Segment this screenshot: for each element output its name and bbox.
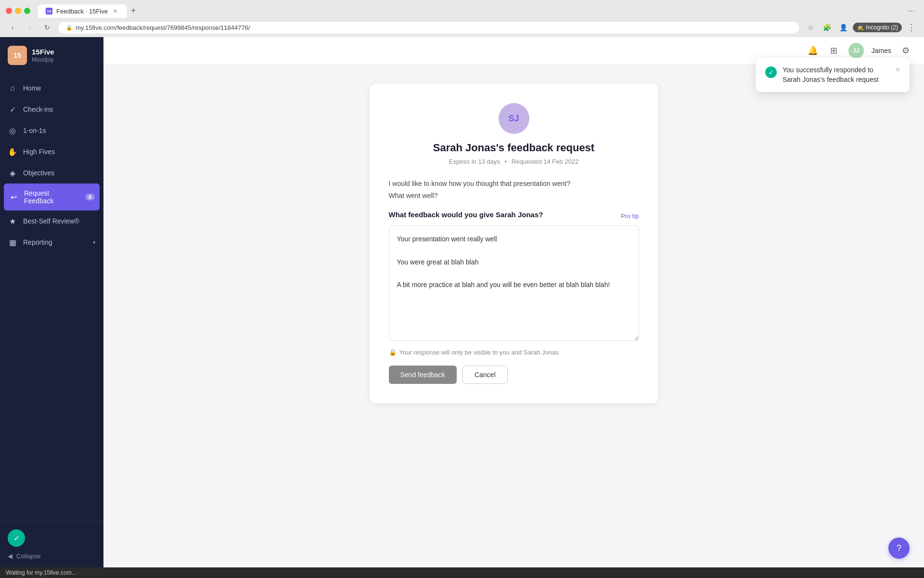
sidebar-item-high-fives[interactable]: ✋ High Fives: [0, 141, 103, 162]
reload-button[interactable]: ↻: [40, 21, 54, 34]
title-bar: 15 Feedback · 15Five ✕ + ⋯: [0, 0, 924, 18]
1on1s-icon: ◎: [8, 126, 17, 135]
feedback-label-row: What feedback would you give Sarah Jonas…: [389, 210, 639, 222]
tab-title: Feedback · 15Five: [56, 8, 108, 15]
help-button[interactable]: ?: [888, 538, 910, 559]
feedback-textarea[interactable]: [389, 225, 639, 341]
app-container: 15 15Five Moodjoy ⌂ Home ✓ Check-ins ◎ 1…: [0, 37, 924, 567]
notifications-icon[interactable]: 🔔: [806, 44, 820, 57]
app-title: 15Five: [32, 48, 54, 56]
extensions-icon[interactable]: 🧩: [820, 21, 834, 34]
back-button[interactable]: ‹: [6, 21, 19, 34]
expires-text: Expires in 13 days: [449, 158, 500, 165]
feedback-card-meta: Expires in 13 days • Requested 14 Feb 20…: [389, 158, 639, 165]
toast-message: You successfully responded to Sarah Jona…: [783, 66, 888, 84]
logo-initials: 15: [13, 52, 21, 59]
settings-icon[interactable]: ⚙: [899, 44, 912, 57]
reporting-icon: ▦: [8, 237, 17, 247]
objectives-icon: ◈: [8, 168, 17, 178]
question-2-text: What went well?: [389, 191, 639, 201]
checkins-icon: ✓: [8, 105, 17, 114]
best-self-icon: ★: [8, 216, 17, 226]
browser-profile-icon[interactable]: 👤: [836, 21, 850, 34]
sidebar-item-home[interactable]: ⌂ Home: [0, 78, 103, 99]
home-icon: ⌂: [8, 83, 17, 93]
sidebar-item-label: Objectives: [23, 169, 54, 177]
lock-icon: 🔒: [66, 25, 73, 31]
minimize-window-button[interactable]: [15, 8, 21, 14]
nav-actions: ☆ 🧩 👤 🕵 Incognito (2) ⋮: [804, 21, 918, 34]
maximize-window-button[interactable]: [24, 8, 30, 14]
main-content: 🔔 ⊞ JJ James ⚙ SJ Sarah Jonas's feedback…: [103, 37, 924, 567]
visibility-text: Your response will only be visible to yo…: [399, 349, 559, 356]
tab-bar: 15 Feedback · 15Five ✕ +: [38, 4, 140, 18]
sidebar-item-label: Check-ins: [23, 105, 53, 113]
collapse-button[interactable]: ◀ Collapse: [8, 552, 96, 560]
user-avatar: JJ: [848, 43, 864, 58]
sidebar-item-objectives[interactable]: ◈ Objectives: [0, 162, 103, 184]
sidebar-nav: ⌂ Home ✓ Check-ins ◎ 1-on-1s ✋ High Five…: [0, 74, 103, 521]
feedback-card: SJ Sarah Jonas's feedback request Expire…: [370, 84, 658, 403]
incognito-label: Incognito (2): [866, 24, 898, 31]
status-text: Waiting for my.15five.com...: [6, 569, 77, 576]
sidebar-item-label: 1-on-1s: [23, 127, 46, 134]
browser-options-button[interactable]: ⋮: [905, 21, 918, 34]
sidebar-item-checkins[interactable]: ✓ Check-ins: [0, 99, 103, 120]
grid-icon[interactable]: ⊞: [827, 44, 841, 57]
request-feedback-badge: 8: [85, 194, 95, 200]
browser-menu-button[interactable]: ⋯: [905, 4, 918, 18]
bookmark-icon[interactable]: ☆: [804, 21, 817, 34]
sidebar-item-best-self-review[interactable]: ★ Best-Self Review®: [0, 210, 103, 232]
action-buttons: Send feedback Cancel: [389, 366, 639, 384]
sidebar-item-label: Request Feedback: [24, 189, 79, 205]
feedback-question-label: What feedback would you give Sarah Jonas…: [389, 210, 543, 219]
high-fives-icon: ✋: [8, 147, 17, 157]
request-feedback-icon: ↩: [9, 192, 18, 202]
logo-text: 15Five Moodjoy: [32, 48, 54, 63]
toast-close-button[interactable]: ×: [896, 66, 900, 74]
pro-tip-link[interactable]: Pro tip: [621, 212, 639, 220]
visibility-note: 🔒 Your response will only be visible to …: [389, 349, 639, 356]
send-feedback-button[interactable]: Send feedback: [389, 366, 457, 384]
feedback-card-title: Sarah Jonas's feedback request: [389, 142, 639, 154]
content-area: SJ Sarah Jonas's feedback request Expire…: [103, 65, 924, 422]
toast-notification: ✓ You successfully responded to Sarah Jo…: [756, 58, 910, 92]
forward-button[interactable]: ›: [23, 21, 37, 34]
sidebar-item-label: Reporting: [23, 238, 52, 246]
sidebar-item-label: Home: [23, 84, 41, 92]
question-1-text: I would like to know how you thought tha…: [389, 179, 639, 189]
meta-separator: •: [505, 158, 507, 165]
sidebar-bottom: ✓ ◀ Collapse: [0, 521, 103, 567]
sidebar-item-label: Best-Self Review®: [23, 217, 79, 225]
question-block-1: I would like to know how you thought tha…: [389, 179, 639, 201]
sidebar-logo: 15 15Five Moodjoy: [0, 37, 103, 74]
collapse-icon: ◀: [8, 552, 13, 560]
nav-bar: ‹ › ↻ 🔒 my.15five.com/feedback/request/7…: [0, 18, 924, 37]
toast-success-icon: ✓: [765, 66, 777, 78]
lock-visibility-icon: 🔒: [389, 349, 397, 356]
sidebar-item-1on1s[interactable]: ◎ 1-on-1s: [0, 120, 103, 141]
incognito-badge: 🕵 Incognito (2): [853, 23, 902, 32]
sidebar-item-reporting[interactable]: ▦ Reporting ▾: [0, 232, 103, 253]
sidebar-item-request-feedback[interactable]: ↩ Request Feedback 8: [4, 184, 100, 210]
collapse-label: Collapse: [16, 552, 41, 560]
requested-text: Requested 14 Feb 2022: [512, 158, 579, 165]
incognito-icon: 🕵: [857, 24, 864, 31]
tab-close-button[interactable]: ✕: [112, 7, 119, 15]
sidebar: 15 15Five Moodjoy ⌂ Home ✓ Check-ins ◎ 1…: [0, 37, 103, 567]
reporting-chevron-icon: ▾: [93, 239, 96, 246]
browser-chrome: 15 Feedback · 15Five ✕ + ⋯ ‹ › ↻ 🔒 my.15…: [0, 0, 924, 37]
requester-avatar: SJ: [499, 103, 529, 134]
app-logo-icon: 15: [8, 46, 27, 65]
url-text: my.15five.com/feedback/request/7699845/r…: [76, 24, 250, 31]
user-name: James: [872, 47, 891, 54]
tab-favicon: 15: [46, 8, 52, 14]
app-subtitle: Moodjoy: [32, 56, 54, 63]
cancel-button[interactable]: Cancel: [462, 366, 508, 384]
address-bar[interactable]: 🔒 my.15five.com/feedback/request/7699845…: [58, 21, 800, 34]
close-window-button[interactable]: [6, 8, 12, 14]
new-tab-button[interactable]: +: [127, 4, 140, 18]
sidebar-item-label: High Fives: [23, 148, 55, 156]
active-tab[interactable]: 15 Feedback · 15Five ✕: [38, 4, 127, 18]
status-bar: Waiting for my.15five.com...: [0, 567, 924, 578]
